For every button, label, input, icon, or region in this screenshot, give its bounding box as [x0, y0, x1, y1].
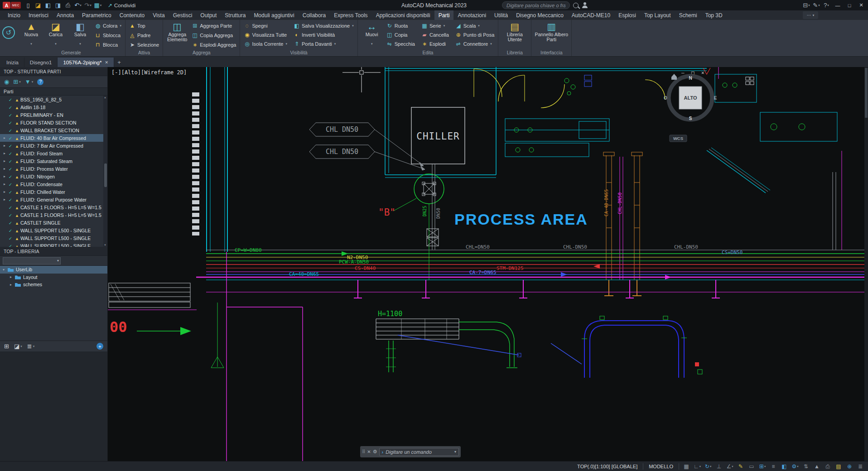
ribbon-button[interactable]: ⇋ Specchia [385, 39, 416, 48]
parts-tree-item[interactable]: WALL SUPPORT L500 - SINGLE [0, 242, 107, 247]
ribbon-tab[interactable]: Moduli aggiuntivi [250, 10, 298, 20]
mechanical-structure-icon[interactable]: ↺ [2, 26, 15, 39]
parts-tree-item[interactable]: FLOOR STAND SECTION [0, 119, 107, 126]
expand-arrow-icon[interactable] [10, 275, 15, 279]
parts-tree-item[interactable]: WALL BRACKET SECTION [0, 126, 107, 134]
minimize-button[interactable]: — [833, 1, 843, 10]
library-tree-item[interactable]: schemes [0, 281, 107, 288]
process-area-label[interactable]: PROCESS AREA [454, 211, 588, 228]
grid-view-icon[interactable]: ⊞ [13, 78, 20, 85]
parts-tree-item[interactable]: CASTLET SINGLE [0, 219, 107, 226]
ribbon-button[interactable]: ◍ Colora [93, 21, 123, 30]
document-tab[interactable]: Disegno1 [24, 58, 58, 67]
magenta-pipes[interactable] [227, 252, 303, 461]
ribbon-button[interactable]: ◢ Scala [454, 21, 496, 30]
ribbon-button[interactable]: ⊓ Blocca [93, 40, 123, 49]
share-button[interactable]: ↗ Condividi [105, 2, 138, 9]
ribbon-button[interactable]: ➤ Selezione [128, 40, 160, 49]
tab-close-icon[interactable]: ✕ [105, 60, 109, 65]
ribbon-big-button[interactable]: ▥ Pannello Albero Parti [534, 21, 569, 43]
isolate-objects-icon[interactable]: ◧ [779, 462, 789, 471]
workspace-switch-icon[interactable]: ⚙ [790, 462, 800, 471]
panel-title[interactable]: Edita [358, 49, 498, 56]
ribbon-display-toggle[interactable]: ⋯▾ [803, 11, 818, 19]
check-icon[interactable] [7, 135, 14, 141]
ribbon-tab[interactable]: Contenuto [116, 10, 149, 20]
help-icon[interactable]: ? [822, 1, 831, 10]
annotation-pencil-icon[interactable]: ✎ [736, 462, 746, 471]
expand-arrow-icon[interactable] [2, 144, 7, 148]
parts-tree-item[interactable]: WALL SUPPORT L500 - SINGLE [0, 234, 107, 242]
expand-arrow-icon[interactable] [2, 151, 7, 155]
library-header[interactable]: TOP - LIBRERIA [0, 247, 107, 256]
expand-arrow-icon[interactable] [2, 190, 7, 194]
check-icon[interactable] [7, 243, 14, 247]
parts-tree-item[interactable]: FLUID: Food Steam [0, 149, 107, 157]
parts-tree-item[interactable]: PRELIMINARY - EN [0, 111, 107, 119]
parts-tree-item[interactable]: CASTLE 1 FLOORS - H=5 L=5 W=1.5 [0, 203, 107, 211]
check-icon[interactable] [7, 212, 14, 218]
search-icon[interactable] [573, 3, 579, 8]
wall-centerline[interactable] [709, 149, 768, 192]
ribbon-button[interactable]: ◫ Copia [385, 30, 416, 39]
ribbon-tab[interactable]: Collabora [299, 10, 330, 20]
ribbon-big-button[interactable]: ↔ Muovi [360, 21, 384, 45]
library-tree-item[interactable]: Layout [0, 274, 107, 281]
expand-arrow-icon[interactable] [2, 174, 7, 178]
expand-arrow-icon[interactable] [2, 136, 7, 140]
polar-icon[interactable]: ∠ [725, 462, 735, 471]
ribbon-button[interactable]: ⊞ Aggrega Parte [190, 21, 237, 30]
valve-detail[interactable] [393, 164, 444, 280]
annotation-visibility-icon[interactable]: ▲ [812, 462, 822, 471]
new-file-icon[interactable]: ▯ [24, 1, 33, 10]
cable-duct[interactable] [108, 283, 197, 310]
check-icon[interactable] [7, 105, 14, 110]
parts-structure-header[interactable]: TOP - STRUTTURA PARTI [0, 67, 107, 76]
check-icon[interactable] [7, 228, 14, 233]
list-settings-icon[interactable]: ≣ [27, 343, 34, 350]
ribbon-tab[interactable]: Applicazioni disponibili [372, 10, 434, 20]
close-icon[interactable]: ✕ [367, 449, 371, 454]
expand-arrow-icon[interactable] [2, 182, 7, 186]
plot-icon[interactable]: ⎙ [63, 1, 72, 10]
parts-list-header[interactable]: Parti [0, 88, 107, 96]
ribbon-tab[interactable]: Inserisci [24, 10, 53, 20]
ribbon-big-button[interactable]: ◧ Salva [68, 21, 92, 45]
canvas-scrollbar[interactable] [864, 67, 868, 461]
check-icon[interactable] [7, 151, 14, 156]
ribbon-button[interactable]: ⇌ Connettore [454, 39, 496, 48]
redo-icon[interactable]: ↷ [83, 1, 92, 10]
scroll-up-icon[interactable]: ▲ [104, 96, 106, 99]
panel-title[interactable]: Interfaccia [531, 49, 571, 56]
workspace-icon[interactable]: ▦ [93, 1, 102, 10]
ribbon-button[interactable]: ◫ Copia Aggrega [190, 31, 237, 40]
ribbon-button[interactable]: ◧ Salva Visualizzazione [292, 21, 355, 30]
parts-tree-item[interactable]: FLUID: Nitrogen [0, 173, 107, 180]
panel-title[interactable]: Libreria [498, 49, 531, 56]
new-tab-button[interactable]: + [114, 58, 124, 67]
column-grid-hatch[interactable] [192, 91, 199, 236]
check-icon[interactable] [7, 182, 14, 187]
viewport-scale-button[interactable]: TOP(.0)[1:100] [GLOBALE] [574, 464, 641, 469]
ribbon-button[interactable]: ∗ Esplodi [420, 39, 450, 48]
save-icon[interactable]: ◧ [43, 1, 53, 10]
chevron-down-icon[interactable]: ▾ [454, 450, 456, 454]
panel-title[interactable]: Generale [17, 49, 125, 56]
open-file-icon[interactable]: ◪ [34, 1, 43, 10]
close-button[interactable]: ✕ [856, 1, 866, 10]
document-tab[interactable]: Inizia [1, 58, 24, 67]
ribbon-button[interactable]: ▰ Cancella [420, 30, 450, 39]
ribbon-tab[interactable]: Output [196, 10, 221, 20]
ribbon-tab[interactable]: Parti [434, 10, 454, 20]
library-combo[interactable] [3, 257, 61, 264]
pipe-supports[interactable] [354, 280, 720, 298]
ribbon-tab[interactable]: Express Tools [330, 10, 371, 20]
ribbon-tab[interactable]: Top Layout [640, 10, 675, 20]
account-icon[interactable] [582, 2, 588, 8]
expand-arrow-icon[interactable] [3, 268, 8, 272]
green-detail-left[interactable] [137, 303, 224, 368]
parts-tree-item[interactable]: FLUID: Condensate [0, 180, 107, 188]
customization-icon[interactable]: ≣ [855, 462, 865, 471]
drag-handle-icon[interactable]: ⠿ [362, 449, 365, 454]
ribbon-big-button[interactable]: ▤ Libreria Utente [501, 21, 529, 43]
